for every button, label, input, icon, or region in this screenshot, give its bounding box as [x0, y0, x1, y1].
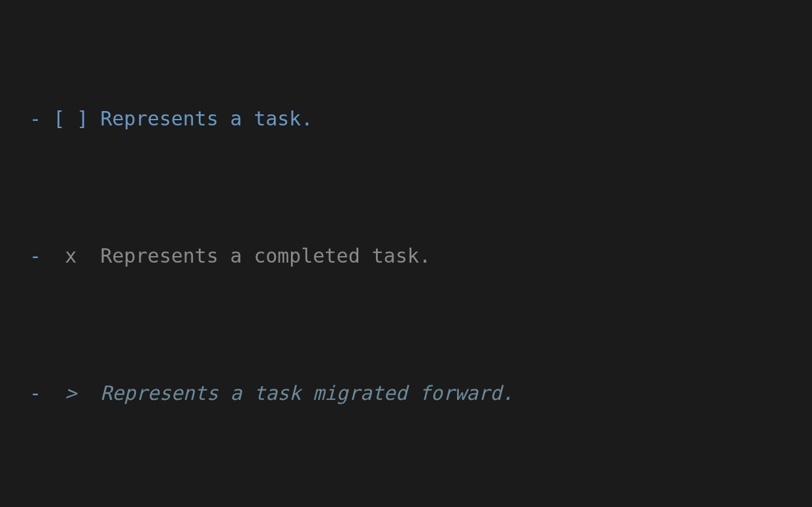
line-completed: - x Represents a completed task.	[29, 243, 792, 270]
line-task: - [ ] Represents a task.	[29, 106, 792, 133]
migrated-forward-description: Represents a task migrated forward.	[100, 382, 513, 404]
line-migrated-forward: - > Represents a task migrated forward.	[29, 380, 792, 407]
migrated-forward-symbol: >	[53, 382, 88, 404]
bullet-dash: -	[29, 244, 41, 267]
task-description: Represents a task.	[100, 107, 313, 130]
bullet-dash: -	[29, 382, 41, 404]
code-editor: - [ ] Represents a task. - x Represents …	[0, 0, 812, 507]
bullet-dash: -	[29, 107, 41, 130]
completed-symbol: x	[53, 244, 88, 267]
task-symbol: [ ]	[53, 107, 88, 130]
completed-description: Represents a completed task.	[100, 244, 431, 267]
